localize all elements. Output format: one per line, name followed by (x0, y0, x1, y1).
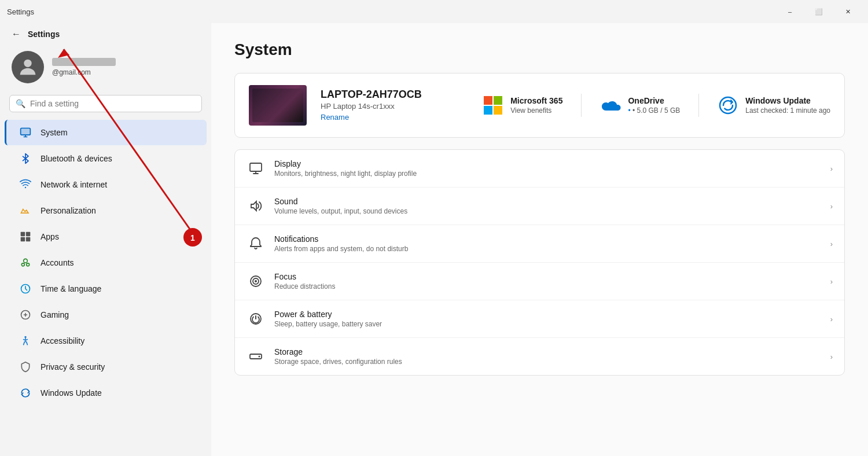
device-name: LAPTOP-2AH77OCB (321, 89, 469, 101)
settings-item-focus[interactable]: Focus Reduce distractions › (235, 263, 844, 300)
bluetooth-icon (19, 152, 32, 166)
focus-text: Focus Reduce distractions (274, 272, 821, 290)
network-icon (19, 178, 32, 192)
settings-item-sound[interactable]: Sound Volume levels, output, input, soun… (235, 187, 844, 225)
ms365-icon (483, 95, 503, 116)
sidebar-item-label-update: Windows Update (41, 388, 102, 398)
sidebar-item-label-apps: Apps (41, 232, 59, 241)
windows-update-service-name: Windows Update (745, 96, 830, 105)
notifications-icon (247, 234, 265, 253)
sidebar-item-label-time: Time & language (41, 284, 101, 293)
settings-item-power[interactable]: Power & battery Sleep, battery usage, ba… (235, 300, 844, 338)
sidebar-item-personalization[interactable]: Personalization (5, 198, 207, 223)
focus-icon (247, 272, 265, 290)
sidebar-title: Settings (28, 30, 60, 39)
svg-point-10 (27, 263, 30, 266)
sidebar-item-label-accessibility: Accessibility (41, 336, 84, 345)
storage-chevron: › (830, 352, 833, 361)
settings-list: Display Monitors, brightness, night ligh… (234, 149, 845, 376)
svg-point-8 (24, 259, 28, 263)
titlebar-controls: – ⬜ ✕ (777, 2, 861, 21)
ms365-sub: View benefits (510, 106, 562, 115)
ms365-text: Microsoft 365 View benefits (510, 96, 562, 115)
service-divider-2 (698, 94, 699, 117)
sidebar-item-label-gaming: Gaming (41, 310, 69, 319)
power-desc: Sleep, battery usage, battery saver (274, 320, 821, 328)
user-avatar-icon (16, 56, 39, 79)
svg-rect-1 (21, 128, 31, 135)
svg-rect-14 (484, 96, 492, 105)
svg-point-9 (21, 263, 24, 266)
svg-point-22 (255, 280, 257, 282)
minimize-button[interactable]: – (777, 2, 803, 21)
device-rename-link[interactable]: Rename (321, 113, 349, 122)
sidebar-item-time[interactable]: Time & language (5, 276, 207, 301)
app-container: ← Settings @gmail.com 🔍 (0, 23, 868, 456)
windows-update-icon (718, 95, 738, 116)
content-area: System LAPTOP-2AH77OCB HP Laptop 14s-cr1… (211, 23, 868, 456)
gaming-icon (19, 308, 32, 322)
search-input[interactable] (30, 99, 196, 108)
svg-rect-15 (494, 96, 502, 105)
service-windows-update[interactable]: Windows Update Last checked: 1 minute ag… (718, 95, 830, 116)
device-info: LAPTOP-2AH77OCB HP Laptop 14s-cr1xxx Ren… (321, 89, 469, 122)
storage-text: Storage Storage space, drives, configura… (274, 347, 821, 366)
sidebar-item-label-privacy: Privacy & security (41, 362, 105, 372)
sidebar-item-bluetooth[interactable]: Bluetooth & devices (5, 146, 207, 171)
power-name: Power & battery (274, 310, 821, 319)
maximize-button[interactable]: ⬜ (806, 2, 832, 21)
display-name: Display (274, 159, 821, 168)
avatar (12, 51, 44, 83)
display-text: Display Monitors, brightness, night ligh… (274, 159, 821, 178)
power-text: Power & battery Sleep, battery usage, ba… (274, 310, 821, 328)
sidebar-item-label-network: Network & internet (41, 180, 107, 189)
onedrive-text: OneDrive • • 5.0 GB / 5 GB (628, 96, 680, 115)
sidebar-item-system[interactable]: System (5, 120, 207, 145)
sidebar-item-accounts[interactable]: Accounts (5, 250, 207, 275)
sidebar-item-apps[interactable]: Apps (5, 224, 207, 249)
sound-desc: Volume levels, output, input, sound devi… (274, 207, 821, 215)
time-icon (19, 282, 32, 296)
service-onedrive[interactable]: OneDrive • • 5.0 GB / 5 GB (600, 95, 680, 116)
user-info: @gmail.com (52, 58, 116, 76)
privacy-icon (19, 360, 32, 374)
system-icon (19, 126, 32, 139)
display-icon (247, 159, 265, 178)
titlebar: Settings – ⬜ ✕ (0, 0, 868, 23)
power-icon (247, 310, 265, 328)
settings-item-notifications[interactable]: Notifications Alerts from apps and syste… (235, 225, 844, 263)
device-card: LAPTOP-2AH77OCB HP Laptop 14s-cr1xxx Ren… (234, 73, 845, 138)
sidebar: ← Settings @gmail.com 🔍 (0, 23, 211, 456)
notifications-desc: Alerts from apps and system, do not dist… (274, 245, 821, 253)
sidebar-item-privacy[interactable]: Privacy & security (5, 354, 207, 380)
svg-rect-19 (250, 163, 262, 171)
search-box[interactable]: 🔍 (9, 95, 202, 112)
ms365-name: Microsoft 365 (510, 96, 562, 105)
sidebar-item-accessibility[interactable]: Accessibility (5, 328, 207, 354)
user-section[interactable]: @gmail.com (0, 42, 211, 93)
svg-rect-7 (26, 237, 31, 242)
svg-rect-17 (494, 106, 502, 115)
storage-icon (247, 347, 265, 366)
sound-name: Sound (274, 197, 821, 206)
power-chevron: › (830, 315, 833, 323)
personalization-icon (19, 204, 32, 218)
user-email: @gmail.com (52, 68, 116, 76)
service-ms365[interactable]: Microsoft 365 View benefits (483, 95, 562, 116)
windows-update-text: Windows Update Last checked: 1 minute ag… (745, 96, 830, 115)
settings-item-storage[interactable]: Storage Storage space, drives, configura… (235, 338, 844, 375)
notifications-chevron: › (830, 240, 833, 248)
sidebar-item-gaming[interactable]: Gaming (5, 302, 207, 328)
sidebar-item-update[interactable]: Windows Update (5, 380, 207, 406)
sidebar-item-label-personalization: Personalization (41, 206, 96, 215)
storage-desc: Storage space, drives, configuration rul… (274, 358, 821, 366)
back-button[interactable]: ← (9, 27, 23, 42)
sidebar-item-network[interactable]: Network & internet (5, 172, 207, 197)
service-divider-1 (581, 94, 582, 117)
storage-name: Storage (274, 347, 821, 356)
close-button[interactable]: ✕ (834, 2, 861, 21)
settings-item-display[interactable]: Display Monitors, brightness, night ligh… (235, 150, 844, 187)
device-services: Microsoft 365 View benefits OneDrive (483, 94, 830, 117)
titlebar-left: Settings (7, 8, 34, 16)
focus-chevron: › (830, 277, 833, 286)
